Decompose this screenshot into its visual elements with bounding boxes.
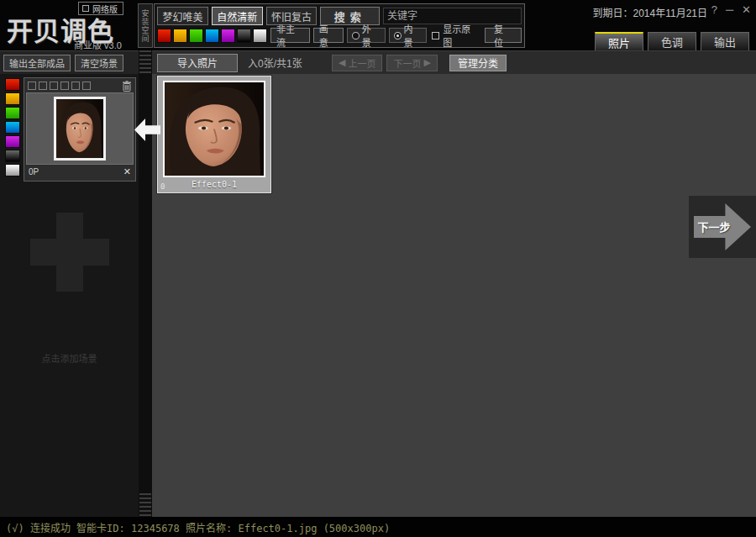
window-controls: ? ─ ✕	[711, 3, 751, 16]
main-tabs: 照片 色调 输出	[595, 32, 749, 50]
color-swatch-magenta[interactable]	[221, 29, 235, 43]
scene-card-header	[24, 78, 135, 92]
next-step-container: 下一步	[689, 196, 756, 258]
color-swatch-black[interactable]	[237, 29, 251, 43]
tab-photo[interactable]: 照片	[595, 32, 643, 50]
prev-page-label: 上一页	[348, 56, 375, 70]
tag-button-nonmainstream[interactable]: 非主流	[270, 28, 310, 43]
prev-page-button[interactable]: ◀ 上一页	[332, 55, 382, 71]
help-icon[interactable]: ?	[711, 3, 717, 16]
color-swatch-orange[interactable]	[173, 29, 187, 43]
scene-color-strip	[5, 78, 22, 176]
photo-count-label: 入0张/共1张	[248, 55, 328, 70]
color-swatch-white[interactable]	[5, 164, 20, 176]
radio-outdoor-circle-icon	[352, 32, 360, 39]
photo-thumbnail[interactable]	[163, 81, 265, 177]
trash-icon[interactable]	[122, 80, 132, 91]
next-arrow-icon: ▶	[423, 57, 430, 68]
color-swatch-black[interactable]	[5, 150, 20, 162]
color-swatch-white[interactable]	[253, 29, 267, 43]
scene-thumbnail-area[interactable]	[26, 92, 134, 165]
show-original-toggle[interactable]: 显示原图	[430, 28, 481, 43]
tag-button-painting[interactable]: 画意	[313, 28, 344, 43]
splitter-ridge-bottom	[139, 493, 151, 517]
color-swatch-orange[interactable]	[5, 92, 20, 105]
color-swatch-cyan[interactable]	[205, 29, 219, 43]
scene-checkbox-1[interactable]	[28, 82, 36, 90]
close-icon[interactable]: ✕	[742, 3, 751, 16]
scene-toolbar: 输出全部成品 清空场景	[0, 50, 139, 74]
scene-sidebar: 0P ✕ 点击添加场景	[0, 74, 139, 517]
show-original-checkbox[interactable]	[432, 32, 439, 39]
color-swatch-red[interactable]	[5, 78, 20, 91]
scene-checkbox-2[interactable]	[39, 82, 47, 90]
add-scene-area[interactable]: 点击添加场景	[0, 192, 139, 385]
plus-icon	[30, 213, 109, 292]
clear-scene-button[interactable]: 清空场景	[75, 55, 123, 71]
scene-panel: 0P ✕	[24, 77, 136, 182]
photo-filename-label: Effect0-1	[163, 177, 265, 192]
radio-indoor-circle-icon	[394, 32, 402, 39]
radio-outdoor-label: 外景	[362, 22, 381, 49]
scene-checkbox-3[interactable]	[50, 82, 58, 90]
titlebar: 网络版 开贝调色 商业版 v3.0 安装空间 梦幻唯美 自然清新 怀旧复古 搜索…	[0, 0, 756, 50]
show-original-label: 显示原图	[443, 22, 480, 49]
scene-checkbox-4[interactable]	[60, 82, 69, 90]
photo-toolbar: 导入照片 入0张/共1张 ◀ 上一页 下一页 ▶ 管理分类	[152, 50, 756, 74]
color-swatch-cyan[interactable]	[5, 121, 20, 134]
style-button-dreamy[interactable]: 梦幻唯美	[157, 7, 208, 25]
radio-indoor[interactable]: 内景	[389, 28, 428, 43]
scene-checkbox-5[interactable]	[71, 82, 80, 90]
photo-index-label: 0	[160, 182, 165, 191]
scene-card[interactable]: 0P ✕	[3, 77, 136, 182]
color-swatch-strip	[157, 29, 267, 43]
expiry-date-label: 到期日：2014年11月21日	[592, 5, 707, 19]
prev-arrow-icon: ◀	[339, 57, 345, 68]
output-all-button[interactable]: 输出全部成品	[3, 55, 71, 71]
photo-card-selected[interactable]: Effect0-1 0	[157, 76, 271, 193]
scene-thumbnail-photo[interactable]	[54, 97, 106, 161]
color-swatch-red[interactable]	[157, 29, 171, 43]
photo-grid-area: Effect0-1 0 下一步	[152, 74, 756, 517]
style-filter-panel: 梦幻唯美 自然清新 怀旧复古 搜索 非主流 画意 外景 内景	[154, 3, 525, 48]
color-swatch-magenta[interactable]	[5, 135, 20, 148]
edition-label: 商业版 v3.0	[74, 38, 122, 51]
import-photos-button[interactable]: 导入照片	[157, 54, 238, 72]
status-text: (√) 连接成功 智能卡ID: 12345678 照片名称: Effect0-1…	[6, 520, 390, 534]
app-window: 网络版 开贝调色 商业版 v3.0 安装空间 梦幻唯美 自然清新 怀旧复古 搜索…	[0, 0, 756, 537]
radio-indoor-label: 内景	[404, 22, 423, 49]
next-page-button[interactable]: 下一页 ▶	[386, 55, 437, 71]
tab-color[interactable]: 色调	[648, 32, 696, 50]
radio-outdoor[interactable]: 外景	[347, 28, 386, 43]
color-swatch-green[interactable]	[5, 107, 20, 119]
scene-card-footer: 0P ✕	[24, 165, 135, 179]
manage-categories-button[interactable]: 管理分类	[449, 55, 507, 71]
style-panel-vertical-tab[interactable]: 安装空间	[138, 3, 153, 48]
minimize-icon[interactable]: ─	[726, 3, 733, 16]
status-bar: (√) 连接成功 智能卡ID: 12345678 照片名称: Effect0-1…	[0, 517, 756, 537]
next-page-label: 下一页	[393, 56, 421, 70]
splitter-ridge-top	[139, 50, 151, 74]
scene-label: 0P	[29, 167, 39, 176]
color-swatch-green[interactable]	[189, 29, 203, 43]
add-scene-hint: 点击添加场景	[0, 351, 139, 365]
reset-button[interactable]: 复位	[485, 28, 522, 43]
tab-output[interactable]: 输出	[701, 32, 749, 50]
scene-close-icon[interactable]: ✕	[123, 166, 131, 177]
scene-checkbox-6[interactable]	[82, 82, 91, 90]
style-button-natural[interactable]: 自然清新	[212, 7, 263, 25]
next-step-label[interactable]: 下一步	[696, 218, 732, 234]
